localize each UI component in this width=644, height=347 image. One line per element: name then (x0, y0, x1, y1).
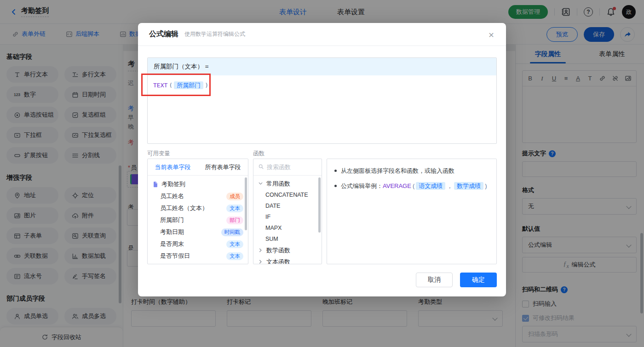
chevron-collapsed-icon (257, 247, 264, 254)
function-item-DATE[interactable]: DATE (253, 200, 322, 211)
modal-header: 公式编辑 使用数学运算符编辑公式 (138, 23, 506, 46)
functions-label: 函数 (253, 150, 264, 158)
formula-editor-modal: 公式编辑 使用数学运算符编辑公式 所属部门（文本） = TEXT(所属部门) 可… (138, 23, 506, 296)
function-group-label: 常用函数 (266, 180, 290, 188)
functions-scrollbar[interactable] (318, 177, 321, 233)
tab-current-form-fields[interactable]: 当前表单字段 (148, 159, 198, 175)
search-input[interactable] (267, 164, 313, 171)
type-badge: 部门 (226, 216, 243, 224)
variable-row-是否节假日[interactable]: 是否节假日文本 (148, 250, 248, 262)
example-field-chip: 语文成绩 (416, 182, 445, 190)
variable-row-考勤日期[interactable]: 考勤日期时间戳 (148, 226, 248, 238)
variable-row-是否周末[interactable]: 是否周末文本 (148, 238, 248, 250)
function-search[interactable] (253, 159, 322, 176)
function-item-MAPX[interactable]: MAPX (253, 222, 322, 233)
function-name: TEXT (153, 82, 167, 89)
close-paren: ) (205, 82, 208, 89)
confirm-button[interactable]: 确定 (460, 273, 497, 287)
function-item-SUM[interactable]: SUM (253, 233, 322, 245)
type-badge: 文本 (226, 252, 243, 260)
variable-row-所属部门[interactable]: 所属部门部门 (148, 214, 248, 226)
modal-subtitle: 使用数学运算符编辑公式 (184, 30, 245, 38)
form-node-label: 考勤签到 (161, 180, 185, 188)
variable-row-员工姓名[interactable]: 员工姓名成员 (148, 190, 248, 202)
bullet-icon (334, 185, 337, 187)
variable-name: 员工姓名 (160, 192, 184, 200)
type-badge: 文本 (226, 240, 243, 248)
cancel-button[interactable]: 取消 (416, 273, 453, 287)
variables-scrollbar[interactable] (245, 177, 247, 230)
chevron-expanded-icon (257, 180, 264, 187)
chevron-collapsed-icon (257, 258, 264, 264)
app-window: 考勤签到 表单设计 表单设置 数据管理 ? 政 表单外链后端脚本数据权 预览 保… (0, 0, 644, 347)
formula-target: 所属部门（文本） = (148, 58, 496, 75)
function-group-常用函数[interactable]: 常用函数 (253, 178, 322, 189)
function-group-label: 数学函数 (266, 246, 290, 255)
example-function-name: AVERAGE (383, 182, 411, 189)
modal-footer: 取消 确定 (416, 273, 497, 287)
tips-panel: 从左侧面板选择字段名和函数，或输入函数 公式编辑举例：AVERAGE(语文成绩，… (327, 159, 497, 264)
type-badge: 文本 (226, 205, 243, 212)
tab-all-form-fields[interactable]: 所有表单字段 (198, 159, 248, 175)
modal-title: 公式编辑 (149, 29, 178, 39)
search-icon (258, 164, 264, 171)
variables-panel: 当前表单字段 所有表单字段 考勤签到 员工姓名成员员工姓名（文本）文本所属部门部… (147, 159, 248, 264)
function-group-数学函数[interactable]: 数学函数 (253, 245, 322, 256)
field-chip[interactable]: 所属部门 (174, 81, 203, 89)
formula-editor-box[interactable]: 所属部门（文本） = TEXT(所属部门) (147, 57, 497, 144)
function-item-IF[interactable]: IF (253, 211, 322, 222)
function-group-文本函数[interactable]: 文本函数 (253, 256, 322, 264)
document-icon (152, 181, 159, 188)
variable-name: 员工姓名（文本） (160, 204, 208, 212)
example-field-chip: 数学成绩 (454, 182, 483, 190)
variable-name: 是否节假日 (160, 252, 190, 260)
type-badge: 时间戳 (221, 228, 244, 236)
form-node[interactable]: 考勤签到 (148, 178, 248, 190)
variables-tabs: 当前表单字段 所有表单字段 (148, 159, 248, 176)
variable-name: 是否周末 (160, 240, 184, 248)
variable-row-员工姓名（文本）[interactable]: 员工姓名（文本）文本 (148, 202, 248, 214)
tip-line-1: 从左侧面板选择字段名和函数，或输入函数 (334, 166, 489, 176)
variable-name: 考勤日期 (160, 228, 184, 236)
close-icon[interactable] (487, 30, 496, 40)
functions-panel: 常用函数CONCATENATEDATEIFMAPXSUM数学函数文本函数 (253, 159, 322, 264)
variable-name: 所属部门 (160, 216, 184, 224)
tip-line-2: 公式编辑举例：AVERAGE(语文成绩，数学成绩) (334, 182, 489, 191)
formula-expression[interactable]: TEXT(所属部门) (148, 75, 496, 96)
function-group-label: 文本函数 (266, 258, 290, 265)
type-badge: 成员 (226, 193, 243, 200)
bullet-icon (334, 170, 337, 172)
function-item-CONCATENATE[interactable]: CONCATENATE (253, 189, 322, 200)
variables-label: 可用变量 (147, 150, 170, 158)
open-paren: ( (169, 82, 172, 89)
